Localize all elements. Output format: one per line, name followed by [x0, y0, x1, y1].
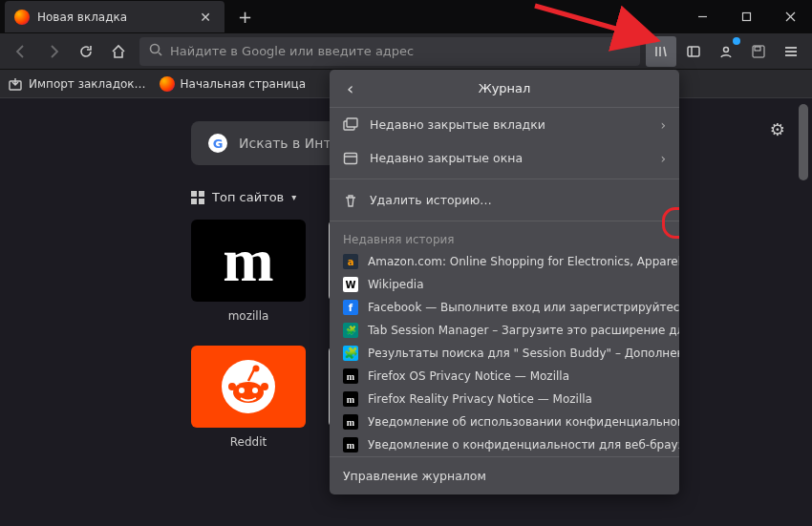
sidebar-button[interactable] [678, 36, 709, 67]
close-window-button[interactable] [768, 0, 812, 33]
extension-favicon: 🧩 [343, 323, 358, 338]
import-bookmarks-button[interactable]: Импорт закладок… [8, 76, 146, 92]
home-bookmark[interactable]: Начальная страница [160, 76, 307, 92]
chevron-down-icon: ▾ [291, 192, 296, 202]
tile-label: Reddit [191, 435, 306, 449]
svg-point-4 [151, 45, 160, 53]
svg-rect-20 [191, 199, 197, 204]
history-item[interactable]: WWikipedia [330, 273, 679, 296]
svg-rect-13 [755, 47, 760, 51]
import-bookmarks-label: Импорт закладок… [29, 77, 146, 91]
history-item[interactable]: fFacebook — Выполните вход или зарегистр… [330, 296, 679, 319]
tile-mozilla[interactable]: m [191, 220, 306, 302]
item-label: Удалить историю… [370, 193, 492, 207]
svg-line-5 [159, 53, 161, 55]
history-item[interactable]: mFirefox OS Privacy Notice — Mozilla [330, 365, 679, 388]
svg-rect-21 [199, 199, 204, 204]
item-label: Недавно закрытые окна [370, 151, 523, 165]
svg-point-11 [724, 47, 729, 52]
history-item[interactable]: mFirefox Reality Privacy Notice — Mozill… [330, 388, 679, 410]
library-button[interactable] [646, 36, 676, 67]
import-icon [8, 76, 23, 92]
account-button[interactable] [711, 36, 741, 67]
minimize-button[interactable] [680, 0, 724, 33]
tile-label: mozilla [191, 309, 306, 323]
history-panel: ‹ Журнал Недавно закрытые вкладки › Неда… [330, 70, 679, 494]
history-item[interactable]: aAmazon.com: Online Shopping for Electro… [330, 250, 679, 273]
history-label: Tab Session Manager – Загрузите это расш… [368, 324, 679, 337]
history-label: Уведомление об использовании конфиденциа… [368, 415, 679, 429]
recently-closed-windows[interactable]: Недавно закрытые окна › [330, 141, 679, 175]
reddit-icon [220, 358, 277, 415]
firefox-icon [160, 76, 175, 92]
wikipedia-favicon: W [343, 277, 358, 292]
topsites-label: Топ сайтов [212, 190, 284, 204]
save-button[interactable] [743, 36, 774, 67]
svg-point-27 [261, 383, 268, 390]
new-tab-button[interactable]: + [224, 7, 266, 27]
forward-button[interactable] [38, 36, 69, 67]
history-item[interactable]: mУведомление о конфиденциальности для ве… [330, 433, 679, 456]
home-bookmark-label: Начальная страница [181, 77, 307, 91]
notification-badge [733, 37, 740, 45]
maximize-button[interactable] [724, 0, 768, 33]
titlebar: Новая вкладка ✕ + [0, 0, 812, 33]
mozilla-favicon: m [343, 368, 358, 384]
svg-rect-19 [199, 191, 204, 197]
svg-rect-1 [742, 13, 750, 21]
panel-header: ‹ Журнал [330, 70, 679, 108]
separator [330, 179, 679, 179]
history-item[interactable]: mУведомление об использовании конфиденци… [330, 410, 679, 433]
browser-tab[interactable]: Новая вкладка ✕ [5, 1, 224, 32]
navbar: Найдите в Google или введите адрес [0, 33, 812, 70]
manage-history[interactable]: Управление журналом [330, 456, 679, 494]
settings-gear-icon[interactable]: ⚙ [770, 119, 785, 139]
history-item[interactable]: 🧩Tab Session Manager – Загрузите это рас… [330, 319, 679, 342]
svg-rect-30 [347, 118, 357, 127]
grid-icon [191, 191, 204, 204]
amazon-favicon: a [343, 254, 358, 269]
close-tab-icon[interactable]: ✕ [196, 10, 215, 25]
urlbar-placeholder: Найдите в Google или введите адрес [170, 44, 414, 58]
panel-back-button[interactable]: ‹ [339, 74, 361, 102]
history-label: Amazon.com: Online Shopping for Electron… [368, 255, 679, 268]
svg-point-24 [239, 388, 245, 393]
mozilla-favicon: m [343, 437, 358, 452]
extension-favicon: 🧩 [343, 346, 358, 361]
separator [330, 221, 679, 221]
google-icon: G [208, 134, 227, 153]
back-button[interactable] [6, 36, 36, 67]
manage-history-label: Управление журналом [343, 469, 486, 483]
svg-rect-9 [688, 47, 699, 56]
reload-button[interactable] [71, 36, 101, 67]
tabs-icon [343, 117, 358, 133]
window-icon [343, 151, 358, 166]
home-button[interactable] [103, 36, 134, 67]
history-label: Facebook — Выполните вход или зарегистри… [368, 301, 679, 314]
menu-button[interactable] [776, 36, 806, 67]
svg-rect-18 [191, 191, 197, 197]
tile-reddit[interactable] [191, 346, 306, 428]
url-bar[interactable]: Найдите в Google или введите адрес [139, 37, 640, 66]
search-icon [149, 42, 162, 60]
item-label: Недавно закрытые вкладки [370, 117, 545, 132]
history-label: Уведомление о конфиденциальности для веб… [368, 438, 679, 452]
scrollbar-thumb[interactable] [799, 104, 808, 180]
facebook-favicon: f [343, 300, 358, 315]
panel-title: Журнал [479, 81, 531, 95]
chevron-right-icon: › [660, 117, 666, 133]
svg-point-26 [228, 383, 236, 390]
history-item[interactable]: 🧩Результаты поиска для " Session Buddy" … [330, 342, 679, 365]
firefox-icon [14, 10, 30, 25]
svg-line-8 [664, 47, 666, 56]
svg-point-28 [253, 366, 260, 372]
mozilla-favicon: m [343, 414, 358, 430]
window-controls [680, 0, 812, 33]
history-label: Результаты поиска для " Session Buddy" –… [368, 347, 679, 360]
svg-rect-31 [345, 153, 357, 163]
chevron-right-icon: › [660, 151, 666, 166]
trash-icon [343, 193, 358, 208]
recent-history-header: Недавняя история [330, 225, 679, 250]
clear-history[interactable]: Удалить историю… [330, 183, 679, 217]
recently-closed-tabs[interactable]: Недавно закрытые вкладки › [330, 108, 679, 141]
